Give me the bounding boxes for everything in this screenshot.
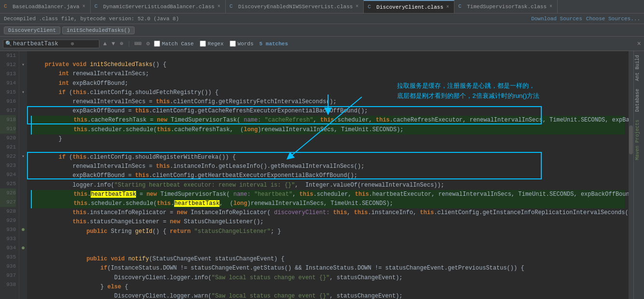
- separator: |: [127, 41, 131, 47]
- code-line: DiscoveryClient.logger.warn("Saw local s…: [31, 292, 625, 299]
- line-num: 913: [0, 69, 16, 79]
- zoom-button[interactable]: ⊕: [119, 40, 124, 47]
- class-icon: C: [95, 3, 101, 10]
- search-input[interactable]: [13, 41, 71, 47]
- nav-pill-initscheduled[interactable]: initScheduledTasks(): [62, 27, 135, 34]
- code-line: if (this.clientConfig.shouldRegisterWith…: [31, 153, 625, 162]
- gutter-cell: [19, 124, 27, 134]
- words-option[interactable]: Words: [230, 41, 254, 47]
- words-label: Words: [238, 41, 254, 47]
- gutter-cell: [19, 262, 27, 271]
- tab-label: TimedSupervisorTask.class: [467, 4, 547, 10]
- code-line: [31, 51, 625, 60]
- gutter-cell: [19, 271, 27, 280]
- breakpoint-icon: ●: [19, 225, 27, 234]
- search-options: Match Case Regex Words 5 matches: [154, 41, 288, 47]
- decompile-text: Decompiled .class file, bytecode version…: [4, 16, 179, 22]
- settings-button[interactable]: ⚙: [145, 40, 151, 47]
- match-case-checkbox[interactable]: [154, 41, 160, 47]
- class-icon: C: [368, 4, 374, 11]
- close-icon[interactable]: ×: [217, 3, 221, 10]
- search-close-button[interactable]: ×: [637, 40, 641, 48]
- scrollbar-thumb[interactable]: [629, 125, 633, 154]
- regex-checkbox[interactable]: [200, 41, 206, 47]
- filter-button[interactable]: ⊞⊞: [134, 40, 142, 47]
- search-bar: 🔍 ⊗ ▲ ▼ ⊕ | ⊞⊞ ⚙ Match Case Regex Words …: [0, 37, 644, 51]
- java-icon: C: [4, 3, 11, 10]
- fold-button[interactable]: ▾: [19, 60, 27, 69]
- breadcrumb-bar: Decompiled .class file, bytecode version…: [0, 14, 644, 24]
- code-line: [31, 245, 625, 255]
- maven-panel[interactable]: Maven Projects: [634, 116, 644, 164]
- match-case-label: Match Case: [162, 41, 194, 47]
- code-line: public String getId() { return "statusCh…: [31, 227, 625, 236]
- line-num: 924: [0, 170, 16, 179]
- gutter: ▾ ▾ ▾ ● ●: [19, 51, 27, 299]
- line-num: 928: [0, 207, 16, 216]
- download-sources-link[interactable]: Download Sources: [531, 16, 582, 22]
- line-num: 915: [0, 88, 16, 97]
- gutter-cell: [19, 134, 27, 143]
- tab-label: DynamicServerListLoadBalancer.class: [103, 4, 215, 10]
- gutter-cell: [19, 51, 27, 60]
- line-num: 914: [0, 79, 16, 88]
- gutter-cell: [19, 234, 27, 244]
- tab-discoveryenabled[interactable]: C DiscoveryEnabledNIWSServerList.class ×: [226, 0, 364, 14]
- line-num: 925: [0, 179, 16, 189]
- words-checkbox[interactable]: [230, 41, 236, 47]
- regex-label: Regex: [208, 41, 224, 47]
- next-match-button[interactable]: ▼: [110, 41, 116, 47]
- search-clear-button[interactable]: ⊗: [71, 41, 74, 47]
- close-icon[interactable]: ×: [445, 4, 450, 10]
- tab-bar: C BaseLoadBalancer.java × C DynamicServe…: [0, 0, 644, 14]
- choose-sources-link[interactable]: Choose Sources...: [586, 16, 640, 22]
- close-icon[interactable]: ×: [548, 3, 553, 10]
- gutter-cell: [19, 216, 27, 225]
- line-num: 918: [0, 115, 16, 124]
- line-num: 917: [0, 106, 16, 115]
- tab-timedsupervisor[interactable]: C TimedSupervisorTask.class ×: [454, 0, 558, 14]
- editor-main: 911 912 913 914 915 916 917 918 919 920 …: [0, 51, 629, 299]
- breakpoint-icon: ●: [19, 244, 27, 253]
- code-line: private void initScheduledTasks() {: [31, 60, 625, 69]
- gutter-cell: [19, 280, 27, 289]
- close-icon[interactable]: ×: [355, 3, 359, 10]
- line-num: 929: [0, 216, 16, 225]
- line-num: 933: [0, 234, 16, 244]
- ant-build-panel[interactable]: Ant Build: [634, 51, 644, 85]
- code-line: this.scheduler.schedule(this.cacheRefres…: [31, 125, 625, 135]
- line-num: 912: [0, 60, 16, 69]
- tab-dynamicserver[interactable]: C DynamicServerListLoadBalancer.class ×: [91, 0, 226, 14]
- line-num: 935: [0, 253, 16, 262]
- code-line: [31, 144, 625, 153]
- line-num: 938: [0, 280, 16, 289]
- nav-pill-discoveryclient[interactable]: DiscoveryClient: [4, 27, 60, 34]
- match-case-option[interactable]: Match Case: [154, 41, 194, 47]
- code-line: this.cacheRefreshTask = new TimedSupervi…: [31, 116, 625, 125]
- line-num: 936: [0, 262, 16, 271]
- gutter-cell: [19, 170, 27, 179]
- code-line: }: [31, 135, 625, 144]
- vertical-scrollbar[interactable]: [629, 51, 633, 299]
- code-line: expBackOffBound = this.clientConfig.getH…: [31, 171, 625, 180]
- line-num: 911: [0, 51, 16, 60]
- tab-discoveryclient[interactable]: C DiscoveryClient.class ×: [364, 0, 454, 14]
- close-icon[interactable]: ×: [82, 3, 86, 10]
- prev-match-button[interactable]: ▲: [102, 41, 108, 47]
- regex-option[interactable]: Regex: [200, 41, 224, 47]
- tab-baseloadbalancer[interactable]: C BaseLoadBalancer.java ×: [0, 0, 91, 14]
- fold-button[interactable]: ▾: [19, 152, 27, 161]
- line-num: 923: [0, 161, 16, 170]
- code-line: if(InstanceStatus.DOWN != statusChangeEv…: [31, 264, 625, 273]
- line-num: 916: [0, 97, 16, 106]
- code-line: if (this.clientConfig.shouldFetchRegistr…: [31, 88, 625, 97]
- class-icon: C: [230, 3, 236, 10]
- fold-button[interactable]: ▾: [19, 88, 27, 97]
- line-num: 920: [0, 134, 16, 143]
- code-line: renewalIntervalInSecs = this.clientConfi…: [31, 97, 625, 107]
- tab-label: DiscoveryClient.class: [376, 4, 443, 10]
- code-editor[interactable]: private void initScheduledTasks() { int …: [27, 51, 629, 299]
- line-num: 919: [0, 124, 16, 134]
- code-line: public void notify(StatusChangeEvent sta…: [31, 255, 625, 264]
- database-panel[interactable]: Database: [634, 85, 644, 116]
